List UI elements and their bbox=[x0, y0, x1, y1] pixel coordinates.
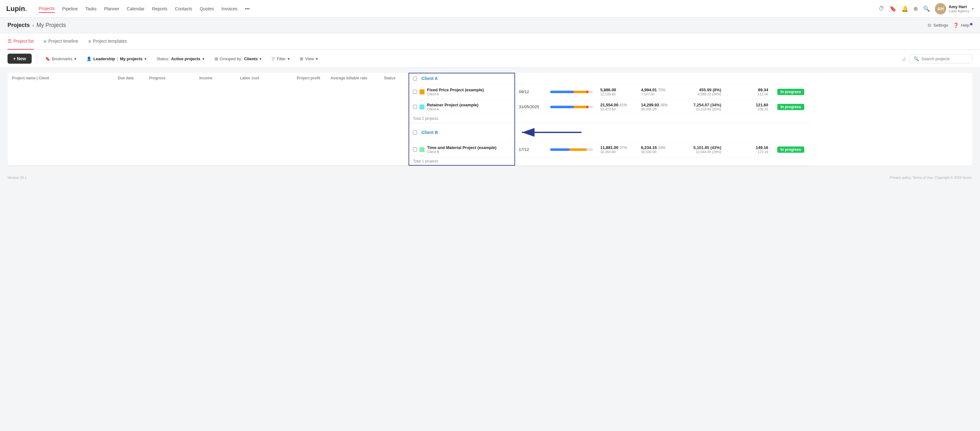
project-icon-retainer bbox=[420, 104, 425, 110]
plus-circle-icon[interactable]: ⊕ bbox=[913, 5, 918, 12]
nav-reports[interactable]: Reports bbox=[152, 5, 167, 13]
version-label: Version 24.1 bbox=[8, 176, 27, 179]
chevron-down-icon: ▾ bbox=[74, 56, 76, 61]
chevron-down-icon: ▾ bbox=[259, 56, 262, 61]
due-date-time-material: 17/12 bbox=[515, 144, 546, 155]
nav-right: ⏱ 🔖 🔔 ⊕ 🔍 AH Amy Hart Lupin Agency ▾ bbox=[879, 3, 974, 14]
chevron-down-icon: ▾ bbox=[202, 56, 205, 61]
breadcrumb-root[interactable]: Projects bbox=[8, 22, 30, 29]
chevron-down-icon: ▾ bbox=[316, 56, 318, 61]
nav-calendar[interactable]: Calendar bbox=[127, 5, 145, 13]
col-header-project-name: Project name | Client bbox=[8, 73, 114, 165]
templates-icon: ≡ bbox=[88, 38, 91, 44]
project-name-time-material[interactable]: Time and Material Project (example) bbox=[427, 145, 496, 150]
project-name-fixed-price[interactable]: Fixed Price Project (example) bbox=[427, 88, 484, 92]
gear-icon: ⚙ bbox=[928, 22, 931, 28]
search-box[interactable]: 🔍 bbox=[910, 54, 972, 63]
group-total-client-a: Total 2 projects bbox=[409, 115, 810, 123]
group-client-a-label[interactable]: Client A bbox=[409, 73, 515, 84]
timeline-icon: ≡ bbox=[44, 38, 47, 44]
rate-retainer: 121.60 109.32 bbox=[725, 99, 772, 114]
help-button[interactable]: ❓ Help bbox=[953, 22, 972, 28]
tab-project-list[interactable]: ☰ Project list bbox=[8, 33, 34, 49]
nav-links: Projects Pipeline Tasks Planner Calendar… bbox=[39, 5, 870, 13]
project-right-time-material: 17/12 11,881.00 37% 32,264.00 bbox=[515, 142, 810, 157]
chevron-down-icon: ▾ bbox=[145, 56, 146, 61]
col-header-avg-billable-rate: Average billable rate bbox=[324, 73, 371, 165]
search-icon: 🔍 bbox=[913, 56, 919, 61]
timer-icon[interactable]: ⏱ bbox=[879, 5, 885, 12]
chevron-down-icon: ▾ bbox=[288, 56, 290, 61]
group-total-label-client-b: Total 1 projects bbox=[409, 157, 515, 165]
nav-invoices[interactable]: Invoices bbox=[221, 5, 237, 13]
tab-project-templates[interactable]: ≡ Project templates bbox=[88, 34, 127, 49]
status-dropdown[interactable]: Status: Active projects ▾ bbox=[154, 54, 208, 63]
status-time-material: In progress bbox=[772, 144, 810, 155]
filter-button[interactable]: ▽ Filter ▾ bbox=[269, 54, 293, 63]
filter-icon: ▽ bbox=[272, 56, 275, 61]
nav-quotes[interactable]: Quotes bbox=[200, 5, 214, 13]
project-checkbox-retainer[interactable] bbox=[413, 105, 417, 109]
project-right-retainer: 31/05/2025 21,554.00 41% 52,473.60 bbox=[515, 99, 810, 114]
nav-projects[interactable]: Projects bbox=[39, 5, 55, 13]
bookmark-icon[interactable]: 🔖 bbox=[889, 5, 896, 12]
tab-project-timeline[interactable]: ≡ Project timeline bbox=[44, 34, 78, 49]
project-name-retainer[interactable]: Retainer Project (example) bbox=[427, 102, 479, 107]
project-checkbox-time-material[interactable] bbox=[413, 147, 417, 152]
search-icon[interactable]: 🔍 bbox=[923, 5, 930, 12]
bookmarks-dropdown[interactable]: 🔖 Bookmarks ▾ bbox=[42, 54, 80, 63]
group-total-client-b: Total 1 projects bbox=[409, 157, 810, 166]
avatar-image: AH bbox=[935, 3, 946, 14]
status-badge-retainer: In progress bbox=[777, 104, 804, 110]
project-client-time-material: Client B bbox=[427, 150, 496, 154]
left-arrow-icon bbox=[519, 126, 581, 139]
breadcrumb-bar: Projects › My Projects ⚙ Settings ❓ Help bbox=[0, 18, 980, 33]
table-header: Project name | Client Due date Progress … bbox=[8, 73, 409, 166]
tabs-bar: ☰ Project list ≡ Project timeline ≡ Proj… bbox=[0, 33, 980, 50]
col-header-due-date: Due date bbox=[114, 73, 145, 165]
breadcrumb-current: My Projects bbox=[37, 22, 66, 29]
nav-planner[interactable]: Planner bbox=[104, 5, 119, 13]
status-retainer: In progress bbox=[772, 101, 810, 112]
person-icon: 👤 bbox=[86, 56, 91, 61]
bell-icon[interactable]: 🔔 bbox=[901, 5, 908, 12]
group-checkbox-client-a[interactable] bbox=[413, 77, 417, 81]
scroll-arrow-left[interactable] bbox=[515, 123, 810, 142]
project-icon-fixed-price bbox=[420, 89, 425, 94]
status-fixed-price: In progress bbox=[772, 86, 810, 97]
group-client-b: Client B bbox=[409, 123, 810, 142]
nav-more[interactable]: ••• bbox=[245, 5, 250, 13]
group-checkbox-client-b[interactable] bbox=[413, 131, 417, 134]
app-logo[interactable]: Lupin. bbox=[6, 5, 27, 13]
group-filter-dropdown[interactable]: 👤 Leadership | My projects ▾ bbox=[83, 54, 150, 63]
list-icon: ☰ bbox=[8, 38, 11, 44]
search-input[interactable] bbox=[921, 56, 969, 61]
toolbar-separator bbox=[37, 55, 37, 62]
user-avatar[interactable]: AH Amy Hart Lupin Agency ▾ bbox=[935, 3, 974, 14]
group-client-a: Client A bbox=[409, 73, 810, 85]
project-checkbox-fixed-price[interactable] bbox=[413, 90, 417, 94]
grouped-by-dropdown[interactable]: ⊞ Grouped by: Clients ▾ bbox=[212, 54, 265, 63]
header-actions: ⚙ Settings ❓ Help bbox=[928, 22, 972, 28]
project-right-fixed-price: 09/12 5,886.00 12,105.66 bbox=[515, 85, 810, 99]
project-left-retainer: Retainer Project (example) Client A bbox=[409, 99, 515, 114]
nav-pipeline[interactable]: Pipeline bbox=[62, 5, 78, 13]
filter-funnel-icon: ⊿ bbox=[902, 56, 906, 62]
nav-contacts[interactable]: Contacts bbox=[175, 5, 192, 13]
project-left-time-material: Time and Material Project (example) Clie… bbox=[409, 142, 515, 157]
view-button[interactable]: ⊞ View ▾ bbox=[297, 54, 321, 63]
group-client-b-label[interactable]: Client B bbox=[409, 127, 515, 138]
income-fixed-price: 5,886.00 12,105.66 bbox=[597, 85, 637, 99]
status-badge-time-material: In progress bbox=[777, 147, 804, 153]
bookmark-icon: 🔖 bbox=[45, 56, 50, 61]
new-button[interactable]: + New bbox=[8, 54, 32, 64]
project-client-fixed-price: Client A bbox=[427, 92, 484, 96]
nav-tasks[interactable]: Tasks bbox=[85, 5, 97, 13]
labor-retainer: 14,299.93 36% 39,355.20 bbox=[637, 99, 678, 114]
project-left-fixed-price: Fixed Price Project (example) Client A bbox=[409, 85, 515, 99]
grid-icon: ⊞ bbox=[215, 56, 218, 61]
help-icon: ❓ bbox=[953, 22, 959, 28]
settings-button[interactable]: ⚙ Settings bbox=[928, 22, 948, 28]
profit-retainer: 7,254.07 (34%) 13,118.40 (25%) bbox=[678, 99, 725, 114]
chevron-down-icon[interactable]: ▾ bbox=[972, 6, 974, 11]
